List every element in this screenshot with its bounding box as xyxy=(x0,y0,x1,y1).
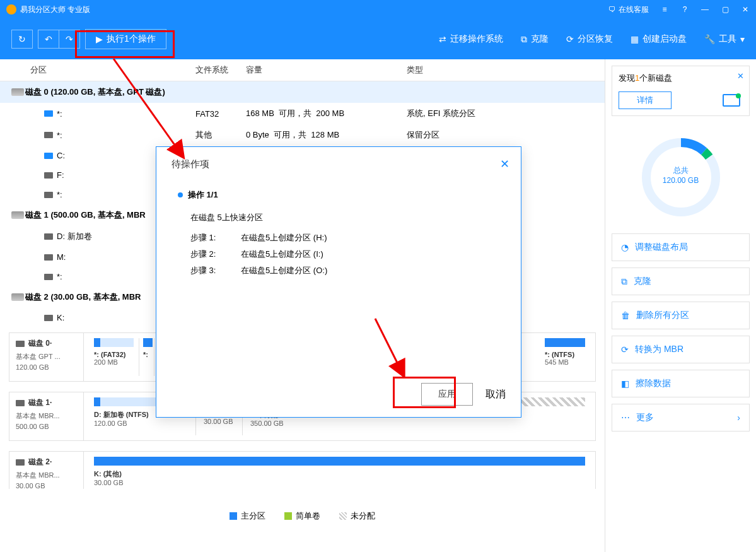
app-title: 易我分区大师 专业版 xyxy=(20,4,608,15)
disk-card-title: 磁盘 1· xyxy=(28,397,52,408)
partition-label: C: xyxy=(57,151,65,160)
trash-icon: 🗑 xyxy=(621,310,630,320)
partition-label: *: xyxy=(57,190,62,199)
step-label: 步骤 2: xyxy=(190,246,241,262)
close-icon[interactable]: ✕ xyxy=(741,5,750,14)
action-label: 删除所有分区 xyxy=(636,310,689,321)
titlebar: 易我分区大师 专业版 🗨 在线客服 ≡ ? — ▢ ✕ xyxy=(0,0,756,19)
col-partition: 分区 xyxy=(0,64,195,76)
drive-icon xyxy=(44,233,53,240)
notice-text-pre: 发现 xyxy=(619,73,635,83)
delete-all-button[interactable]: 🗑删除所有分区 xyxy=(612,302,750,329)
notice-detail-button[interactable]: 详情 xyxy=(619,91,672,109)
disk-card-size: 30.00 GB xyxy=(16,481,77,491)
part-size: 200 MB xyxy=(94,358,134,366)
disk-0-row[interactable]: 磁盘 0 (120.00 GB, 基本盘, GPT 磁盘) xyxy=(0,81,605,103)
clone-label: 克隆 xyxy=(531,33,549,45)
clone-icon: ⧉ xyxy=(621,276,627,287)
part-label: K: (其他) xyxy=(94,469,585,479)
cancel-button[interactable]: 取消 xyxy=(486,388,506,401)
disk-card-size: 120.00 GB xyxy=(16,362,77,373)
disk-card-sub: 基本盘 GPT ... xyxy=(16,351,77,362)
bootable-button[interactable]: ▦ 创建启动盘 xyxy=(631,33,687,45)
new-disk-notice: ✕ 发现1个新磁盘 详情 xyxy=(612,66,750,116)
action-list: ◔调整磁盘布局 ⧉克隆 🗑删除所有分区 ⟳转换为 MBR ◧擦除数据 ⋯更多› xyxy=(612,233,750,432)
part-size: 30.00 GB xyxy=(94,479,585,486)
wipe-data-button[interactable]: ◧擦除数据 xyxy=(612,370,750,397)
type-value: 系统, EFI 系统分区 xyxy=(407,108,605,119)
clone-disk-button[interactable]: ⧉克隆 xyxy=(612,267,750,295)
legend-primary: 主分区 xyxy=(241,510,265,522)
partition-label: *: xyxy=(57,131,62,140)
migrate-label: 迁移操作系统 xyxy=(450,33,503,45)
disk-icon xyxy=(11,293,24,301)
table-row[interactable]: *: 其他 0 Byte 可用，共 128 MB 保留分区 xyxy=(0,124,605,146)
tools-label: 工具 xyxy=(719,33,736,45)
fs-value: 其他 xyxy=(195,129,246,141)
disk-icon xyxy=(16,400,25,406)
drive-icon xyxy=(44,315,53,321)
play-icon: ▶ xyxy=(96,34,103,44)
app-logo-icon xyxy=(6,4,16,15)
step-text: 在磁盘5上创建分区 (O:) xyxy=(241,262,327,279)
notice-text-post: 个新磁盘 xyxy=(639,73,672,83)
migrate-os-button[interactable]: ⇄ 迁移操作系统 xyxy=(439,33,503,45)
part-size: 120.00 GB xyxy=(94,420,190,427)
notice-close-icon[interactable]: ✕ xyxy=(737,71,744,81)
cap-total: 200 MB xyxy=(316,109,344,118)
clone-icon: ⧉ xyxy=(521,34,527,45)
online-service-link[interactable]: 🗨 在线客服 xyxy=(608,4,649,15)
table-row[interactable]: *: FAT32 168 MB 可用，共 200 MB 系统, EFI 系统分区 xyxy=(0,103,605,124)
recover-button[interactable]: ⟳ 分区恢复 xyxy=(566,33,613,45)
step-label: 步骤 3: xyxy=(190,262,241,279)
execute-button[interactable]: ▶ 执行1个操作 xyxy=(85,29,166,49)
resize-layout-button[interactable]: ◔调整磁盘布局 xyxy=(612,233,750,261)
menu-icon[interactable]: ≡ xyxy=(660,5,669,14)
action-label: 克隆 xyxy=(634,276,651,287)
type-value: 保留分区 xyxy=(407,129,605,141)
execute-label: 执行1个操作 xyxy=(107,33,156,45)
disk-card-2[interactable]: 磁盘 2· 基本盘 MBR... 30.00 GB K: (其他) 30.00 … xyxy=(9,451,596,489)
disk-icon xyxy=(16,341,25,347)
action-label: 调整磁盘布局 xyxy=(635,242,688,253)
dialog-close-icon[interactable]: ✕ xyxy=(500,157,509,171)
cap-text: 可用，共 xyxy=(279,109,311,118)
chevron-right-icon: › xyxy=(737,413,740,423)
drive-icon xyxy=(44,192,53,198)
chat-icon: 🗨 xyxy=(608,5,616,14)
apply-button[interactable]: 应用 xyxy=(421,383,473,406)
step-text: 在磁盘5上创建分区 (I:) xyxy=(241,246,323,262)
recover-icon: ⟳ xyxy=(566,34,574,44)
part-label: *: (FAT32) xyxy=(94,351,134,358)
partition-label: F: xyxy=(57,170,64,180)
legend-swatch-unalloc xyxy=(339,512,347,520)
dialog-title: 待操作项 xyxy=(172,158,506,170)
online-service-label: 在线客服 xyxy=(619,4,649,15)
minimize-icon[interactable]: — xyxy=(701,5,709,14)
tools-button[interactable]: 🔧 工具 ▾ xyxy=(704,33,745,45)
col-type: 类型 xyxy=(407,64,605,76)
usb-icon: ▦ xyxy=(631,34,639,44)
cap-used: 0 Byte xyxy=(246,130,269,139)
table-header: 分区 文件系统 容量 类型 xyxy=(0,59,605,81)
action-label: 擦除数据 xyxy=(636,378,671,389)
more-button[interactable]: ⋯更多› xyxy=(612,404,750,432)
disk-icon xyxy=(723,94,740,107)
legend-swatch-primary xyxy=(230,512,237,520)
maximize-icon[interactable]: ▢ xyxy=(721,5,730,14)
undo-button[interactable]: ↶ xyxy=(38,30,59,49)
partition-label: *: xyxy=(57,109,62,119)
step-text: 在磁盘5上创建分区 (H:) xyxy=(241,230,327,246)
refresh-button[interactable]: ↻ xyxy=(11,30,33,49)
donut-size: 120.00 GB xyxy=(640,176,722,185)
more-icon: ⋯ xyxy=(621,413,630,423)
partition-label: M: xyxy=(57,252,66,262)
donut-label: 总共 xyxy=(640,165,722,176)
disk-card-title: 磁盘 2· xyxy=(28,457,52,467)
help-icon[interactable]: ? xyxy=(680,5,689,14)
drive-icon xyxy=(44,172,53,179)
convert-mbr-button[interactable]: ⟳转换为 MBR xyxy=(612,336,750,363)
cap-total: 128 MB xyxy=(311,130,339,139)
redo-button[interactable]: ↷ xyxy=(59,30,80,49)
clone-button[interactable]: ⧉ 克隆 xyxy=(521,33,549,45)
